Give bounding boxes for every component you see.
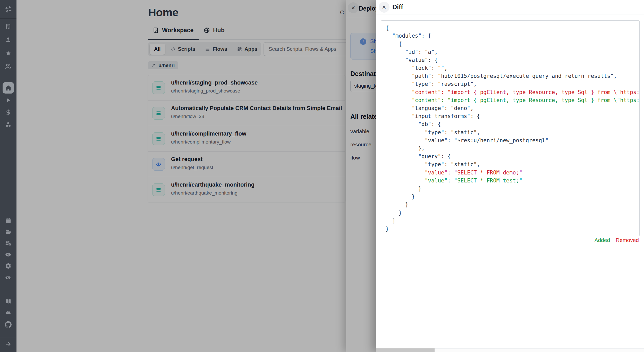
diff-line-removed: "value": "SELECT * FROM demo;"	[386, 169, 635, 177]
diff-line: }	[386, 185, 635, 193]
diff-line: "value": "$res:u/henri/new_postgresql"	[386, 137, 635, 145]
close-icon: ×	[382, 3, 386, 11]
diff-line: }	[386, 201, 635, 209]
diff-line: }	[386, 209, 635, 217]
horizontal-scrollbar-track[interactable]	[376, 348, 644, 352]
horizontal-scrollbar-thumb[interactable]	[376, 348, 435, 352]
diff-title: Diff	[392, 3, 403, 11]
diff-line: "type": "rawscript",	[386, 80, 635, 88]
diff-line-removed: "content": "import { pgClient, type Reso…	[386, 88, 635, 96]
legend-added: Added	[594, 237, 610, 243]
diff-line: "modules": [	[386, 32, 635, 40]
legend-removed: Removed	[616, 237, 639, 243]
diff-line-added: "value": "SELECT * FROM test;"	[386, 177, 635, 185]
diff-line: },	[386, 145, 635, 153]
diff-line: ]	[386, 217, 635, 225]
diff-line: "lock": "",	[386, 64, 635, 72]
diff-line: "input_transforms": {	[386, 112, 635, 120]
diff-line: "language": "deno",	[386, 104, 635, 112]
diff-modal: × Diff { "modules": [ { "id": "a", "valu…	[376, 0, 644, 352]
diff-line: "db": {	[386, 120, 635, 128]
diff-legend: Added Removed	[594, 237, 639, 243]
diff-code-block[interactable]: { "modules": [ { "id": "a", "value": { "…	[381, 20, 640, 236]
diff-line: {	[386, 24, 635, 32]
diff-line: "path": "hub/1015/postgresql/execute_que…	[386, 72, 635, 80]
diff-line: }	[386, 193, 635, 201]
diff-line: "type": "static",	[386, 161, 635, 169]
diff-line: "query": {	[386, 153, 635, 161]
app-screen: Home C Workspace	[0, 0, 644, 352]
diff-line: "id": "a",	[386, 48, 635, 56]
diff-line: {	[386, 40, 635, 48]
diff-header-divider	[376, 14, 644, 14]
diff-line-added: "content": "import { pgClient, type Reso…	[386, 96, 635, 104]
diff-line: "type": "static",	[386, 129, 635, 137]
diff-line: }	[386, 225, 635, 233]
diff-line: "value": {	[386, 56, 635, 64]
diff-close-button[interactable]: ×	[379, 2, 389, 13]
